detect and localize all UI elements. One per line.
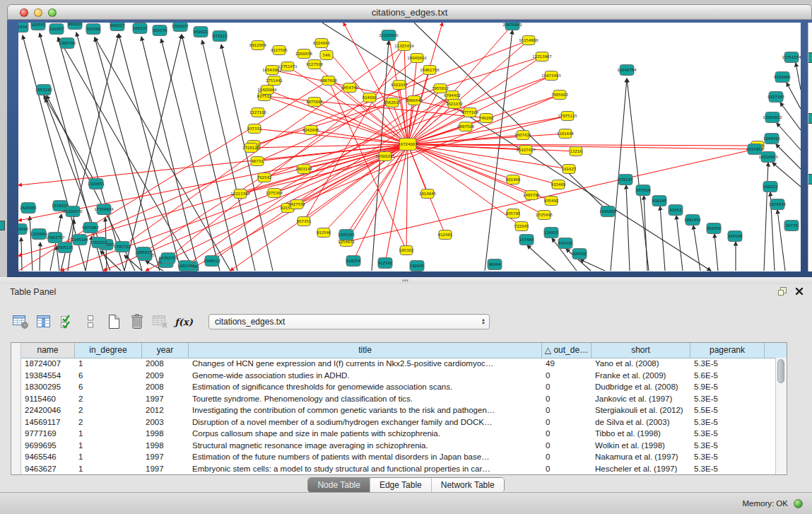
vertical-scrollbar[interactable] (775, 358, 787, 474)
table-cell[interactable]: 5.3E-5 (690, 463, 765, 475)
table-cell[interactable]: Estimation of significance thresholds fo… (189, 381, 542, 393)
table-cell[interactable]: 1998 (142, 428, 189, 440)
table-cell[interactable]: Embryonic stem cells: a model to study s… (189, 463, 542, 475)
table-cell[interactable]: 0 (542, 404, 592, 416)
new-column-icon[interactable] (104, 312, 124, 332)
table-cell[interactable]: 5.3E-5 (690, 428, 765, 440)
column-header-short[interactable]: short (592, 343, 690, 358)
table-cell[interactable]: Corpus callosum shape and size in male p… (189, 428, 542, 440)
table-cell[interactable]: 9465546 (21, 451, 75, 463)
table-cell[interactable]: 1 (75, 440, 142, 452)
table-cell[interactable]: 0 (542, 416, 592, 428)
table-cell[interactable]: 9699695 (21, 440, 75, 452)
tab-edge-table[interactable]: Edge Table (370, 478, 431, 492)
table-cell[interactable]: 5.6E-5 (690, 370, 765, 382)
table-cell[interactable]: 0 (542, 451, 592, 463)
table-cell[interactable]: 0 (542, 393, 592, 405)
table-cell[interactable]: 0 (542, 440, 592, 452)
table-cell[interactable]: 0 (542, 370, 592, 382)
column-header-title[interactable]: title (189, 343, 542, 358)
table-cell[interactable]: 2008 (142, 358, 189, 370)
table-row[interactable]: 946362711997Embryonic stem cells: a mode… (21, 463, 776, 475)
table-row[interactable]: 1938455462009Genome-wide association stu… (21, 370, 776, 382)
table-row[interactable]: 2242004622012Investigating the contribut… (21, 404, 776, 416)
table-cell[interactable]: 5.3E-5 (690, 358, 765, 370)
table-cell[interactable]: 6 (75, 370, 142, 382)
select-all-rows-icon[interactable] (57, 312, 77, 332)
merge-rows-icon[interactable] (81, 312, 100, 332)
table-mode-icon[interactable] (11, 312, 30, 332)
table-cell[interactable]: Investigating the contribution of common… (189, 404, 542, 416)
table-cell[interactable]: 0 (542, 463, 592, 475)
function-builder-icon[interactable]: ƒ(x) (174, 312, 194, 332)
tab-network-table[interactable]: Network Table (431, 478, 504, 492)
table-cell[interactable]: Jankovic et al. (1997) (592, 393, 690, 405)
table-cell[interactable]: 2012 (142, 404, 189, 416)
table-cell[interactable]: Disruption of a novel member of a sodium… (189, 416, 542, 428)
table-cell[interactable]: 2 (75, 404, 142, 416)
table-cell[interactable]: 5.3E-5 (690, 416, 765, 428)
float-panel-icon[interactable] (777, 286, 787, 296)
panel-splitter[interactable] (0, 277, 812, 284)
table-cell[interactable]: Stergiakouli et al. (2012) (592, 404, 690, 416)
table-cell[interactable]: Yano et al. (2008) (592, 358, 690, 370)
table-cell[interactable]: 2003 (142, 416, 189, 428)
table-cell[interactable]: 14569117 (21, 416, 75, 428)
network-graph[interactable]: 8224063220065812751471275144142751211271… (18, 23, 801, 271)
table-cell[interactable]: Estimation of the future numbers of pati… (189, 451, 542, 463)
network-canvas[interactable]: 8224063220065812751471275144142751211271… (18, 23, 801, 271)
table-cell[interactable]: 1997 (142, 463, 189, 475)
table-cell[interactable]: 49 (542, 358, 592, 370)
table-cell[interactable]: 2009 (142, 370, 189, 382)
table-cell[interactable]: 22420046 (21, 404, 75, 416)
table-cell[interactable]: 18300295 (21, 381, 75, 393)
table-cell[interactable]: Dudbridge et al. (2008) (592, 381, 690, 393)
table-cell[interactable]: 9777169 (21, 428, 75, 440)
table-cell[interactable]: 1 (75, 463, 142, 475)
column-header-year[interactable]: year (142, 343, 189, 358)
table-row[interactable]: 969969511998Structural magnetic resonanc… (21, 440, 776, 452)
table-cell[interactable]: 2 (75, 393, 142, 405)
table-cell[interactable]: 5.3E-5 (690, 451, 765, 463)
table-cell[interactable]: de Silva et al. (2003) (592, 416, 690, 428)
column-header-name[interactable]: name (21, 343, 75, 358)
table-cell[interactable]: 0 (542, 381, 592, 393)
table-cell[interactable]: 9115460 (21, 393, 75, 405)
table-cell[interactable]: Tibbo et al. (1998) (592, 428, 690, 440)
table-cell[interactable]: 1 (75, 358, 142, 370)
table-cell[interactable]: 5.5E-5 (690, 404, 765, 416)
table-cell[interactable]: 5.3E-5 (690, 393, 765, 405)
table-cell[interactable]: 6 (75, 381, 142, 393)
table-cell[interactable]: 0 (542, 428, 592, 440)
table-cell[interactable]: 1997 (142, 393, 189, 405)
table-cell[interactable]: 2 (75, 416, 142, 428)
table-cell[interactable]: Franke et al. (2009) (592, 370, 690, 382)
table-cell[interactable]: 2008 (142, 381, 189, 393)
tab-node-table[interactable]: Node Table (308, 478, 370, 492)
table-cell[interactable]: 5.9E-5 (690, 381, 765, 393)
table-cell[interactable]: 1997 (142, 451, 189, 463)
table-select-dropdown[interactable]: citations_edges.txt ▲▼ (208, 314, 490, 329)
column-header-pagerank[interactable]: pagerank (690, 343, 765, 358)
table-cell[interactable]: Tourette syndrome. Phenomenology and cla… (189, 393, 542, 405)
table-cell[interactable]: Genome-wide association studies in ADHD. (189, 370, 542, 382)
table-cell[interactable]: 1998 (142, 440, 189, 452)
table-row[interactable]: 977716911998Corpus callosum shape and si… (21, 428, 776, 440)
table-cell[interactable]: 18724007 (21, 358, 75, 370)
table-cell[interactable]: 19384554 (21, 370, 75, 382)
table-cell[interactable]: Changes of HCN gene expression and I(f) … (189, 358, 542, 370)
table-row[interactable]: 911546021997Tourette syndrome. Phenomeno… (21, 393, 776, 405)
close-panel-icon[interactable] (795, 287, 804, 296)
table-cell[interactable]: 5.3E-5 (690, 440, 765, 452)
table-cell[interactable]: Nakamura et al. (1997) (592, 451, 690, 463)
table-row[interactable]: 1456911722003Disruption of a novel membe… (21, 416, 776, 428)
scrollbar-thumb[interactable] (777, 359, 784, 383)
column-header-in_degree[interactable]: in_degree (75, 343, 142, 358)
table-cell[interactable]: 1 (75, 428, 142, 440)
table-row[interactable]: 946554611997Estimation of the future num… (21, 451, 776, 463)
window-titlebar[interactable]: citations_edges.txt (7, 4, 812, 20)
show-columns-icon[interactable] (34, 312, 54, 332)
delete-columns-icon[interactable] (127, 312, 147, 332)
table-cell[interactable]: Structural magnetic resonance image aver… (189, 440, 542, 452)
table-row[interactable]: 1872400712008Changes of HCN gene express… (21, 358, 776, 370)
